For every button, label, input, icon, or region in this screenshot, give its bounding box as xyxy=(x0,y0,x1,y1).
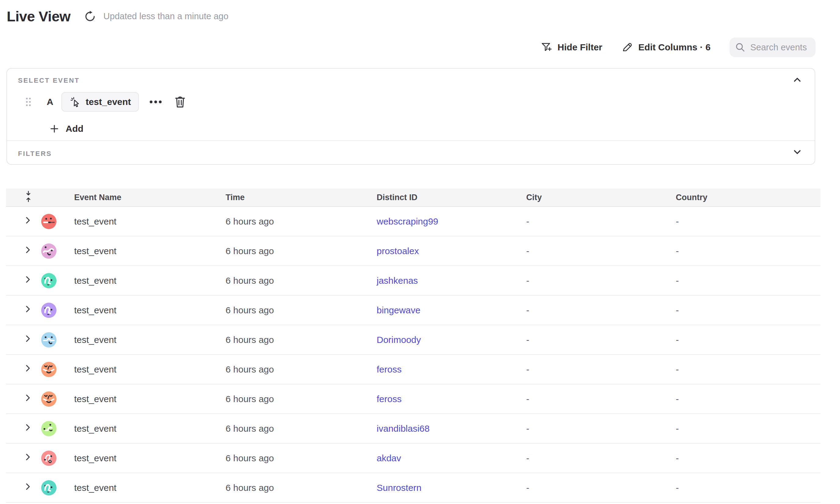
user-avatar xyxy=(41,362,74,377)
user-avatar xyxy=(41,451,74,466)
country-cell: - xyxy=(676,483,821,493)
user-avatar xyxy=(41,480,74,496)
row-expand-chevron[interactable] xyxy=(23,482,33,491)
chevron-right-icon xyxy=(23,304,33,314)
edit-columns-label: Edit Columns · 6 xyxy=(638,42,711,53)
event-name-cell: test_event xyxy=(74,394,226,404)
edit-columns-button[interactable]: Edit Columns · 6 xyxy=(621,41,711,53)
distinct-id-link[interactable]: Sunrostern xyxy=(377,483,526,493)
distinct-id-link[interactable]: bingewave xyxy=(377,305,526,316)
country-cell: - xyxy=(676,246,821,256)
distinct-id-link[interactable]: jashkenas xyxy=(377,275,526,286)
chevron-right-icon xyxy=(23,482,33,491)
pencil-icon xyxy=(621,41,633,53)
chevron-right-icon xyxy=(23,245,33,255)
hide-filter-button[interactable]: Hide Filter xyxy=(541,41,602,53)
table-row[interactable]: test_event 6 hours ago prostoalex - - xyxy=(6,236,821,266)
event-select-chip[interactable]: test_event xyxy=(62,92,139,112)
ellipsis-icon xyxy=(148,99,163,105)
user-avatar xyxy=(41,303,74,318)
table-row[interactable]: test_event 6 hours ago akdav - - xyxy=(6,444,821,473)
chevron-up-icon xyxy=(792,76,803,83)
table-row[interactable]: test_event 6 hours ago ivandiblasi68 - - xyxy=(6,414,821,444)
country-cell: - xyxy=(676,394,821,404)
page-title: Live View xyxy=(7,8,70,25)
table-header-row: Event Name Time Distinct ID City Country xyxy=(6,188,821,207)
updated-text: Updated less than a minute ago xyxy=(104,11,229,21)
search-input[interactable] xyxy=(750,42,810,53)
refresh-button[interactable] xyxy=(84,11,96,22)
event-name-cell: test_event xyxy=(74,246,226,256)
country-cell: - xyxy=(676,275,821,286)
refresh-icon xyxy=(84,11,96,22)
table-row[interactable]: test_event 6 hours ago jashkenas - - xyxy=(6,266,821,295)
user-avatar xyxy=(41,392,74,407)
search-box[interactable] xyxy=(730,37,816,57)
country-cell: - xyxy=(676,424,821,434)
event-chip-label: test_event xyxy=(86,97,131,107)
hide-filter-label: Hide Filter xyxy=(558,42,602,53)
more-options-button[interactable] xyxy=(148,99,163,105)
row-expand-chevron[interactable] xyxy=(23,274,33,284)
city-cell: - xyxy=(526,453,676,464)
event-query-row: A test_event xyxy=(7,92,186,112)
city-cell: - xyxy=(526,275,676,286)
drag-handle[interactable] xyxy=(25,96,32,108)
table-row[interactable]: test_event 6 hours ago Sunrostern - - xyxy=(6,473,821,503)
row-expand-chevron[interactable] xyxy=(23,363,33,373)
row-expand-chevron[interactable] xyxy=(23,304,33,314)
row-expand-chevron[interactable] xyxy=(23,215,33,225)
city-cell: - xyxy=(526,424,676,434)
time-cell: 6 hours ago xyxy=(226,246,377,256)
country-cell: - xyxy=(676,305,821,316)
event-name-cell: test_event xyxy=(74,424,226,434)
chevron-down-icon xyxy=(792,148,803,156)
column-header-city: City xyxy=(526,193,676,202)
time-cell: 6 hours ago xyxy=(226,394,377,404)
distinct-id-link[interactable]: Dorimoody xyxy=(377,335,526,345)
row-expand-chevron[interactable] xyxy=(23,422,33,432)
time-cell: 6 hours ago xyxy=(226,305,377,316)
collapse-select-event-button[interactable] xyxy=(790,74,804,85)
expand-filters-button[interactable] xyxy=(790,147,804,158)
event-name-cell: test_event xyxy=(74,483,226,493)
table-row[interactable]: test_event 6 hours ago Dorimoody - - xyxy=(6,325,821,355)
table-row[interactable]: test_event 6 hours ago bingewave - - xyxy=(6,295,821,325)
event-name-cell: test_event xyxy=(74,364,226,375)
column-header-country: Country xyxy=(676,193,821,202)
user-avatar xyxy=(41,332,74,347)
user-avatar xyxy=(41,214,74,229)
table-row[interactable]: test_event 6 hours ago feross - - xyxy=(6,384,821,414)
distinct-id-link[interactable]: ivandiblasi68 xyxy=(377,424,526,434)
distinct-id-link[interactable]: prostoalex xyxy=(377,246,526,256)
add-label: Add xyxy=(66,124,83,134)
filters-label: FILTERS xyxy=(18,150,52,158)
distinct-id-link[interactable]: akdav xyxy=(377,453,526,464)
card-divider xyxy=(7,140,815,141)
event-name-cell: test_event xyxy=(74,335,226,345)
time-cell: 6 hours ago xyxy=(226,364,377,375)
add-event-button[interactable]: Add xyxy=(50,124,83,134)
table-row[interactable]: test_event 6 hours ago webscraping99 - - xyxy=(6,207,821,236)
delete-event-button[interactable] xyxy=(174,95,186,108)
distinct-id-link[interactable]: feross xyxy=(377,394,526,404)
plus-icon xyxy=(50,124,59,133)
time-cell: 6 hours ago xyxy=(226,483,377,493)
chevron-right-icon xyxy=(23,422,33,432)
city-cell: - xyxy=(526,364,676,375)
chevron-right-icon xyxy=(23,393,33,403)
chevron-right-icon xyxy=(23,363,33,373)
distinct-id-link[interactable]: feross xyxy=(377,364,526,375)
row-expand-chevron[interactable] xyxy=(23,334,33,343)
distinct-id-link[interactable]: webscraping99 xyxy=(377,216,526,227)
time-cell: 6 hours ago xyxy=(226,453,377,464)
row-expand-chevron[interactable] xyxy=(23,393,33,403)
event-name-cell: test_event xyxy=(74,216,226,227)
event-name-cell: test_event xyxy=(74,453,226,464)
row-expand-chevron[interactable] xyxy=(23,452,33,462)
query-builder-card: SELECT EVENT A xyxy=(6,68,815,165)
row-expand-chevron[interactable] xyxy=(23,245,33,255)
table-row[interactable]: test_event 6 hours ago feross - - xyxy=(6,355,821,384)
collapse-all-rows-button[interactable] xyxy=(23,191,34,202)
chevron-right-icon xyxy=(23,215,33,225)
